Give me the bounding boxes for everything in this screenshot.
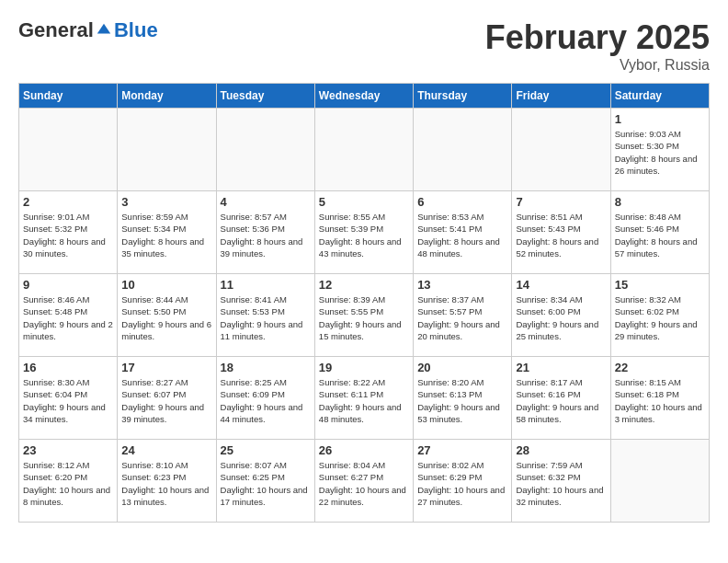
day-info: Sunrise: 8:02 AM Sunset: 6:29 PM Dayligh… bbox=[417, 459, 507, 508]
day-number: 9 bbox=[23, 278, 113, 292]
day-number: 25 bbox=[221, 443, 311, 457]
day-number: 14 bbox=[516, 278, 606, 292]
weekday-header-monday: Monday bbox=[118, 84, 216, 109]
day-info: Sunrise: 8:12 AM Sunset: 6:20 PM Dayligh… bbox=[23, 459, 113, 508]
day-number: 20 bbox=[417, 361, 507, 374]
day-info: Sunrise: 8:39 AM Sunset: 5:55 PM Dayligh… bbox=[319, 293, 409, 342]
day-info: Sunrise: 9:01 AM Sunset: 5:32 PM Dayligh… bbox=[23, 211, 113, 259]
day-info: Sunrise: 8:57 AM Sunset: 5:36 PM Dayligh… bbox=[221, 211, 311, 259]
calendar-cell: 16Sunrise: 8:30 AM Sunset: 6:04 PM Dayli… bbox=[19, 357, 118, 440]
day-info: Sunrise: 8:17 AM Sunset: 6:16 PM Dayligh… bbox=[516, 376, 606, 425]
day-info: Sunrise: 8:04 AM Sunset: 6:27 PM Dayligh… bbox=[319, 459, 409, 508]
day-number: 3 bbox=[121, 195, 211, 209]
svg-marker-0 bbox=[97, 24, 110, 34]
calendar-cell: 12Sunrise: 8:39 AM Sunset: 5:55 PM Dayli… bbox=[314, 274, 413, 357]
day-info: Sunrise: 8:51 AM Sunset: 5:43 PM Dayligh… bbox=[516, 211, 606, 259]
day-number: 12 bbox=[319, 278, 409, 292]
day-info: Sunrise: 8:25 AM Sunset: 6:09 PM Dayligh… bbox=[221, 376, 311, 425]
day-number: 17 bbox=[121, 361, 211, 374]
day-info: Sunrise: 8:32 AM Sunset: 6:02 PM Dayligh… bbox=[615, 293, 705, 342]
weekday-header-row: SundayMondayTuesdayWednesdayThursdayFrid… bbox=[19, 84, 710, 109]
calendar-cell: 21Sunrise: 8:17 AM Sunset: 6:16 PM Dayli… bbox=[512, 357, 610, 440]
day-number: 7 bbox=[516, 195, 606, 209]
day-number: 2 bbox=[23, 195, 113, 209]
day-number: 22 bbox=[615, 361, 705, 374]
calendar-cell: 18Sunrise: 8:25 AM Sunset: 6:09 PM Dayli… bbox=[216, 357, 314, 440]
calendar-cell: 25Sunrise: 8:07 AM Sunset: 6:25 PM Dayli… bbox=[216, 440, 314, 523]
calendar-cell: 15Sunrise: 8:32 AM Sunset: 6:02 PM Dayli… bbox=[610, 274, 709, 357]
calendar-cell: 28Sunrise: 7:59 AM Sunset: 6:32 PM Dayli… bbox=[512, 440, 610, 523]
calendar-cell: 7Sunrise: 8:51 AM Sunset: 5:43 PM Daylig… bbox=[512, 191, 610, 274]
calendar-cell bbox=[314, 109, 413, 191]
calendar-cell bbox=[216, 109, 314, 191]
calendar-cell bbox=[118, 109, 216, 191]
calendar-table: SundayMondayTuesdayWednesdayThursdayFrid… bbox=[18, 83, 710, 523]
day-info: Sunrise: 8:15 AM Sunset: 6:18 PM Dayligh… bbox=[615, 376, 705, 425]
day-info: Sunrise: 9:03 AM Sunset: 5:30 PM Dayligh… bbox=[615, 128, 705, 177]
day-info: Sunrise: 8:34 AM Sunset: 6:00 PM Dayligh… bbox=[516, 293, 606, 342]
day-number: 18 bbox=[221, 361, 311, 374]
day-number: 10 bbox=[121, 278, 211, 292]
day-number: 23 bbox=[23, 443, 113, 457]
calendar-week-row: 23Sunrise: 8:12 AM Sunset: 6:20 PM Dayli… bbox=[19, 440, 710, 523]
title-block: February 2025 Vybor, Russia bbox=[485, 18, 710, 74]
calendar-cell: 13Sunrise: 8:37 AM Sunset: 5:57 PM Dayli… bbox=[414, 274, 512, 357]
logo-general-text: General bbox=[18, 18, 94, 42]
weekday-header-thursday: Thursday bbox=[414, 84, 512, 109]
day-number: 8 bbox=[615, 195, 705, 209]
calendar-cell: 11Sunrise: 8:41 AM Sunset: 5:53 PM Dayli… bbox=[216, 274, 314, 357]
day-info: Sunrise: 8:30 AM Sunset: 6:04 PM Dayligh… bbox=[23, 376, 113, 425]
calendar-cell: 3Sunrise: 8:59 AM Sunset: 5:34 PM Daylig… bbox=[118, 191, 216, 274]
day-number: 26 bbox=[319, 443, 409, 457]
day-info: Sunrise: 8:59 AM Sunset: 5:34 PM Dayligh… bbox=[121, 211, 211, 259]
day-info: Sunrise: 8:27 AM Sunset: 6:07 PM Dayligh… bbox=[121, 376, 211, 425]
calendar-cell: 27Sunrise: 8:02 AM Sunset: 6:29 PM Dayli… bbox=[414, 440, 512, 523]
calendar-cell: 24Sunrise: 8:10 AM Sunset: 6:23 PM Dayli… bbox=[118, 440, 216, 523]
calendar-week-row: 16Sunrise: 8:30 AM Sunset: 6:04 PM Dayli… bbox=[19, 357, 710, 440]
weekday-header-saturday: Saturday bbox=[610, 84, 709, 109]
calendar-cell: 8Sunrise: 8:48 AM Sunset: 5:46 PM Daylig… bbox=[610, 191, 709, 274]
day-number: 24 bbox=[121, 443, 211, 457]
weekday-header-wednesday: Wednesday bbox=[314, 84, 413, 109]
day-info: Sunrise: 8:22 AM Sunset: 6:11 PM Dayligh… bbox=[319, 376, 409, 425]
day-number: 5 bbox=[319, 195, 409, 209]
day-info: Sunrise: 8:41 AM Sunset: 5:53 PM Dayligh… bbox=[221, 293, 311, 342]
calendar-cell: 20Sunrise: 8:20 AM Sunset: 6:13 PM Dayli… bbox=[414, 357, 512, 440]
day-info: Sunrise: 8:46 AM Sunset: 5:48 PM Dayligh… bbox=[23, 293, 113, 342]
calendar-week-row: 1Sunrise: 9:03 AM Sunset: 5:30 PM Daylig… bbox=[19, 109, 710, 191]
day-number: 11 bbox=[221, 278, 311, 292]
calendar-cell: 6Sunrise: 8:53 AM Sunset: 5:41 PM Daylig… bbox=[414, 191, 512, 274]
calendar-cell: 1Sunrise: 9:03 AM Sunset: 5:30 PM Daylig… bbox=[610, 109, 709, 191]
day-number: 4 bbox=[221, 195, 311, 209]
day-number: 1 bbox=[615, 112, 705, 126]
weekday-header-tuesday: Tuesday bbox=[216, 84, 314, 109]
calendar-cell bbox=[19, 109, 118, 191]
calendar-cell: 22Sunrise: 8:15 AM Sunset: 6:18 PM Dayli… bbox=[610, 357, 709, 440]
calendar-cell bbox=[610, 440, 709, 523]
location-text: Vybor, Russia bbox=[485, 57, 710, 74]
logo-icon bbox=[96, 22, 112, 39]
calendar-cell: 2Sunrise: 9:01 AM Sunset: 5:32 PM Daylig… bbox=[19, 191, 118, 274]
calendar-cell: 5Sunrise: 8:55 AM Sunset: 5:39 PM Daylig… bbox=[314, 191, 413, 274]
day-number: 15 bbox=[615, 278, 705, 292]
day-info: Sunrise: 8:37 AM Sunset: 5:57 PM Dayligh… bbox=[417, 293, 507, 342]
calendar-cell: 9Sunrise: 8:46 AM Sunset: 5:48 PM Daylig… bbox=[19, 274, 118, 357]
day-info: Sunrise: 8:07 AM Sunset: 6:25 PM Dayligh… bbox=[221, 459, 311, 508]
day-info: Sunrise: 8:44 AM Sunset: 5:50 PM Dayligh… bbox=[121, 293, 211, 342]
day-number: 13 bbox=[417, 278, 507, 292]
calendar-cell: 26Sunrise: 8:04 AM Sunset: 6:27 PM Dayli… bbox=[314, 440, 413, 523]
calendar-cell bbox=[512, 109, 610, 191]
calendar-week-row: 9Sunrise: 8:46 AM Sunset: 5:48 PM Daylig… bbox=[19, 274, 710, 357]
logo-blue-text: Blue bbox=[114, 18, 158, 42]
day-number: 16 bbox=[23, 361, 113, 374]
month-title: February 2025 bbox=[485, 18, 710, 57]
day-info: Sunrise: 8:53 AM Sunset: 5:41 PM Dayligh… bbox=[417, 211, 507, 259]
weekday-header-sunday: Sunday bbox=[19, 84, 118, 109]
day-info: Sunrise: 8:55 AM Sunset: 5:39 PM Dayligh… bbox=[319, 211, 409, 259]
calendar-cell bbox=[414, 109, 512, 191]
calendar-cell: 23Sunrise: 8:12 AM Sunset: 6:20 PM Dayli… bbox=[19, 440, 118, 523]
calendar-cell: 4Sunrise: 8:57 AM Sunset: 5:36 PM Daylig… bbox=[216, 191, 314, 274]
calendar-cell: 10Sunrise: 8:44 AM Sunset: 5:50 PM Dayli… bbox=[118, 274, 216, 357]
weekday-header-friday: Friday bbox=[512, 84, 610, 109]
page-header: General Blue February 2025 Vybor, Russia bbox=[18, 18, 710, 74]
